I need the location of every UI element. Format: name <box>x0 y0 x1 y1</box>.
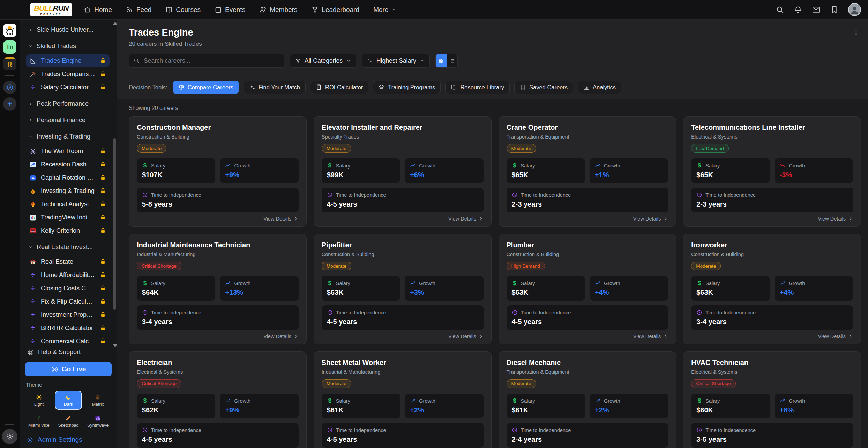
discover-button[interactable] <box>3 81 16 94</box>
time-to-independence-stat: Time to Independence 2-4 years <box>507 423 668 448</box>
view-details-link[interactable]: View Details <box>448 334 484 339</box>
tool-resource-library[interactable]: Resource Library <box>445 81 510 94</box>
tool-saved-careers[interactable]: Saved Careers <box>514 81 573 94</box>
chev-down-sm-icon <box>28 44 33 49</box>
tool-analytics[interactable]: Analytics <box>578 81 621 94</box>
theme-synthwave[interactable]: Synthwave <box>84 412 112 431</box>
demand-badge: Moderate <box>137 144 166 153</box>
sidebar-item-trades-comparison-tool[interactable]: Trades Comparison Tool <box>26 68 110 80</box>
rail-divider-bottom <box>5 424 14 425</box>
sidebar-section-investing-trading[interactable]: Investing & Trading <box>26 130 110 143</box>
sidebar-item-investment-property-an[interactable]: ÷Investment Property An... <box>26 308 110 321</box>
sidebar-item-salary-calculator[interactable]: ÷Salary Calculator <box>26 81 110 94</box>
mail-button[interactable] <box>812 5 821 14</box>
career-card-industrial-maintenance-technician[interactable]: Industrial Maintenance Technician Indust… <box>129 234 307 344</box>
sidebar-scrollbar[interactable] <box>112 21 117 348</box>
scrollbar-thumb[interactable] <box>113 138 116 310</box>
tool-find-your-match[interactable]: Find Your Match <box>244 81 306 94</box>
view-details-link[interactable]: View Details <box>448 216 484 222</box>
sidebar-item-capital-rotation-tracker[interactable]: Capital Rotation Tracker <box>26 171 110 184</box>
search-button[interactable] <box>776 5 784 14</box>
bookmark-button[interactable] <box>830 5 839 14</box>
sidebar-section-personal-finance[interactable]: Personal Finance <box>26 114 110 126</box>
tool-roi-calculator[interactable]: ROI Calculator <box>310 81 368 94</box>
page-menu-button[interactable] <box>851 27 861 38</box>
add-community-button[interactable]: + <box>3 97 16 111</box>
sidebar: Side Hustle Univer...Skilled TradesTrade… <box>20 20 117 448</box>
scroll-up-arrow-icon[interactable] <box>113 22 117 25</box>
community-tile-tn[interactable]: Tn <box>3 40 16 54</box>
sidebar-section-side-hustle-univer[interactable]: Side Hustle Univer... <box>26 24 110 36</box>
nav-feed[interactable]: Feed <box>126 6 151 14</box>
theme-miami-vice[interactable]: Miami Vice <box>25 412 53 431</box>
sort-dropdown[interactable]: Highest Salary <box>362 54 430 68</box>
view-details-link[interactable]: View Details <box>263 334 299 339</box>
sidebar-item-investing-trading[interactable]: $Investing & Trading <box>26 185 110 197</box>
career-card-plumber[interactable]: Plumber Construction & Building High Dem… <box>499 234 676 344</box>
community-tile-bullrun[interactable] <box>3 24 16 37</box>
view-details-link[interactable]: View Details <box>818 216 853 222</box>
sidebar-item-closing-costs-calculator[interactable]: ÷Closing Costs Calculator <box>26 282 110 294</box>
career-name: Industrial Maintenance Technician <box>137 241 299 249</box>
bell-button[interactable] <box>794 5 802 14</box>
clock-icon <box>327 427 333 433</box>
sidebar-item-commercial-calculator[interactable]: ÷Commercial Calculator <box>26 335 110 343</box>
nav-home[interactable]: Home <box>84 6 112 14</box>
sidebar-item-brrrr-calculator[interactable]: ÷BRRRR Calculator <box>26 322 110 334</box>
nav-events[interactable]: Events <box>215 6 245 14</box>
view-details-link[interactable]: View Details <box>263 216 299 222</box>
view-details-link[interactable]: View Details <box>818 334 853 339</box>
list-view-button[interactable] <box>447 54 457 67</box>
search-input[interactable] <box>143 57 280 65</box>
sidebar-item-home-affordability-calc[interactable]: ÷Home Affordability Calc... <box>26 269 110 281</box>
sidebar-item-fix-flip-calculator[interactable]: ÷Fix & Flip Calculator <box>26 295 110 308</box>
nav-leaderboard[interactable]: Leaderboard <box>311 6 359 14</box>
theme-sketchpad[interactable]: Sketchpad <box>55 412 82 431</box>
career-card-crane-operator[interactable]: Crane Operator Transportation & Equipmen… <box>499 116 676 227</box>
lock-icon <box>100 161 106 167</box>
clock-icon <box>696 427 702 433</box>
career-card-telecommunications-line-installer[interactable]: Telecommunications Line Installer Electr… <box>683 116 861 227</box>
career-card-electrician[interactable]: Electrician Electrical & Systems Critica… <box>129 351 307 448</box>
sidebar-item-kelly-criterion[interactable]: Kelly Criterion <box>26 224 110 237</box>
sidebar-item-recession-dashboard-v2[interactable]: Recession Dashboard V2 <box>26 158 110 171</box>
sidebar-item-technical-analysis-ta[interactable]: Technical Analysis (TA) <box>26 198 110 210</box>
tool-compare-careers[interactable]: Compare Careers <box>173 81 239 94</box>
career-card-sheet-metal-worker[interactable]: Sheet Metal Worker Industrial & Manufact… <box>314 351 492 448</box>
view-details-link[interactable]: View Details <box>633 334 668 339</box>
sidebar-item-trades-engine[interactable]: Trades Engine <box>26 54 110 67</box>
chev-right-sm-icon <box>28 27 33 32</box>
brand-logo[interactable]: BULLRUN FOREVER <box>30 3 72 16</box>
career-card-pipefitter[interactable]: Pipefitter Construction & Building Moder… <box>314 234 492 344</box>
grid-view-button[interactable] <box>436 54 447 67</box>
sidebar-section-skilled-trades[interactable]: Skilled Trades <box>26 40 110 52</box>
sidebar-item-real-estate[interactable]: Real Estate <box>26 255 110 268</box>
growth-value: +1% <box>595 171 663 179</box>
view-details-link[interactable]: View Details <box>633 216 668 222</box>
nav-members[interactable]: Members <box>259 6 297 14</box>
scroll-down-arrow-icon[interactable] <box>113 344 117 348</box>
sidebar-item-the-war-room[interactable]: The War Room <box>26 145 110 157</box>
sidebar-item-tradingview-indicators[interactable]: TradingView Indicators <box>26 211 110 224</box>
career-card-elevator-installer-and-repairer[interactable]: Elevator Installer and Repairer Specialt… <box>314 116 492 227</box>
help-support-link[interactable]: Help & Support <box>25 347 112 357</box>
nav-more[interactable]: More <box>373 6 397 14</box>
career-card-ironworker[interactable]: Ironworker Construction & Building Moder… <box>683 234 861 344</box>
go-live-button[interactable]: Go Live <box>25 362 112 376</box>
category-filter-dropdown[interactable]: All Categories <box>290 54 356 68</box>
career-card-diesel-mechanic[interactable]: Diesel Mechanic Transportation & Equipme… <box>499 351 676 448</box>
theme-matrix[interactable]: Matrix <box>84 391 112 410</box>
lock-icon <box>100 174 106 181</box>
rail-settings-button[interactable] <box>2 429 17 444</box>
tool-training-programs[interactable]: Training Programs <box>373 81 441 94</box>
theme-light[interactable]: Light <box>25 391 53 410</box>
theme-dark[interactable]: Dark <box>55 391 82 410</box>
career-card-hvac-technician[interactable]: HVAC Technician Electrical & Systems Cri… <box>683 351 861 448</box>
community-tile-r[interactable]: R <box>3 57 16 70</box>
nav-courses[interactable]: Courses <box>165 6 201 14</box>
user-avatar[interactable] <box>848 3 861 16</box>
career-card-construction-manager[interactable]: Construction Manager Construction & Buil… <box>129 116 307 227</box>
admin-settings-link[interactable]: Admin Settings <box>25 435 112 444</box>
sidebar-section-peak-performance[interactable]: Peak Performance <box>26 98 110 110</box>
sidebar-section-real-estate-invest[interactable]: Real Estate Invest... <box>26 241 110 253</box>
